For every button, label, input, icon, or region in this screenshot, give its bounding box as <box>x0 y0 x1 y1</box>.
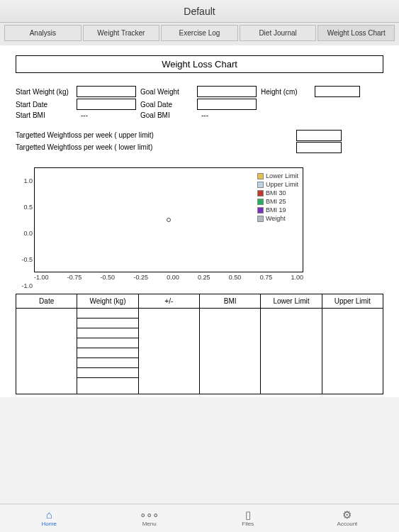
goal-weight-input[interactable] <box>197 86 257 97</box>
data-table: Date Weight (kg) +/- BMI Lower Limit Upp… <box>16 294 383 394</box>
table-row[interactable] <box>77 358 137 368</box>
xtick: -0.75 <box>67 274 82 281</box>
table-row[interactable] <box>77 318 137 328</box>
table-row[interactable] <box>77 378 137 388</box>
start-date-input[interactable] <box>77 99 136 110</box>
legend-item: Upper Limit <box>266 181 298 188</box>
ytick: 0.0 <box>16 230 33 237</box>
table-row[interactable] <box>77 338 137 348</box>
home-icon: ⌂ <box>46 509 52 520</box>
tab-diet-journal[interactable]: Diet Journal <box>240 25 317 41</box>
header-title: Default <box>184 6 215 17</box>
target-lower-input[interactable] <box>296 142 342 153</box>
target-upper-label: Targetted Weightloss per week ( upper li… <box>16 131 296 139</box>
legend-item: BMI 25 <box>266 198 286 205</box>
section-title: Weight Loss Chart <box>16 55 383 73</box>
bottom-tab-home[interactable]: ⌂ Home <box>42 509 57 527</box>
goal-weight-label: Goal Weight <box>140 88 193 96</box>
height-label: Height (cm) <box>261 88 310 96</box>
xtick: -0.25 <box>133 274 148 281</box>
gear-icon: ⚙ <box>342 509 352 520</box>
main-content: Weight Loss Chart Start Weight (kg) Goal… <box>0 45 399 397</box>
legend-item: Weight <box>266 215 286 222</box>
ytick: 1.0 <box>16 177 33 184</box>
xticks: -1.00 -0.75 -0.50 -0.25 0.00 0.25 0.50 0… <box>34 274 303 281</box>
app-header: Default <box>0 0 399 23</box>
th-delta: +/- <box>139 294 200 309</box>
legend-item: BMI 30 <box>266 189 286 196</box>
table-row[interactable] <box>77 368 137 378</box>
ytick: -1.0 <box>16 282 33 289</box>
th-lower: Lower Limit <box>261 294 322 309</box>
tab-weight-loss-chart[interactable]: Weight Loss Chart <box>317 25 395 41</box>
chart-legend: Lower Limit Upper Limit BMI 30 BMI 25 BM… <box>257 172 298 223</box>
th-upper: Upper Limit <box>322 294 383 309</box>
start-bmi-label: Start BMI <box>16 111 72 119</box>
goal-date-label: Goal Date <box>140 101 193 109</box>
bottom-tab-files[interactable]: ▯ Files <box>242 509 254 527</box>
col-delta <box>139 309 200 394</box>
targets: Targetted Weightloss per week ( upper li… <box>16 129 383 153</box>
goal-date-input[interactable] <box>197 99 257 110</box>
start-bmi-value: --- <box>77 111 136 119</box>
col-date <box>16 309 77 394</box>
tab-weight-tracker[interactable]: Weight Tracker <box>83 25 160 41</box>
legend-item: Lower Limit <box>266 172 298 179</box>
chart-datapoint <box>167 218 171 222</box>
fields-grid: Start Weight (kg) Goal Weight Height (cm… <box>16 86 383 119</box>
bottom-tab-menu[interactable]: ∘∘∘ Menu <box>140 509 159 527</box>
target-upper-input[interactable] <box>296 130 342 141</box>
goal-bmi-label: Goal BMI <box>140 111 193 119</box>
xtick: -0.50 <box>101 274 116 281</box>
xtick: 0.25 <box>198 274 210 281</box>
table-row[interactable] <box>77 309 137 318</box>
bottom-tab-label: Home <box>42 521 57 527</box>
start-weight-label: Start Weight (kg) <box>16 88 72 96</box>
tab-exercise-log[interactable]: Exercise Log <box>161 25 238 41</box>
ytick: -0.5 <box>16 256 33 263</box>
bottom-tab-label: Files <box>242 521 254 527</box>
top-tabbar: Analysis Weight Tracker Exercise Log Die… <box>0 23 399 45</box>
menu-icon: ∘∘∘ <box>140 509 159 520</box>
bottom-tabbar: ⌂ Home ∘∘∘ Menu ▯ Files ⚙ Account <box>0 504 399 532</box>
legend-item: BMI 19 <box>266 206 286 214</box>
files-icon: ▯ <box>245 509 251 520</box>
chart: 1.0 0.5 0.0 -0.5 -1.0 Lower Limit Upper … <box>16 167 383 281</box>
xtick: -1.00 <box>34 274 49 281</box>
th-bmi: BMI <box>200 294 261 309</box>
bottom-tab-label: Menu <box>142 521 157 527</box>
col-weight <box>77 309 138 394</box>
col-upper <box>322 309 383 394</box>
table-row[interactable] <box>77 328 137 338</box>
start-weight-input[interactable] <box>77 86 136 97</box>
col-bmi <box>200 309 261 394</box>
ytick: 0.5 <box>16 204 33 211</box>
target-lower-label: Targetted Weightloss per week ( lower li… <box>16 143 296 151</box>
th-date: Date <box>16 294 77 309</box>
xtick: 0.75 <box>260 274 273 281</box>
goal-bmi-value: --- <box>197 111 257 119</box>
col-lower <box>261 309 322 394</box>
xtick: 1.00 <box>291 274 303 281</box>
xtick: 0.50 <box>229 274 242 281</box>
chart-plot-area: Lower Limit Upper Limit BMI 30 BMI 25 BM… <box>34 167 303 272</box>
th-weight: Weight (kg) <box>77 294 138 309</box>
bottom-tab-account[interactable]: ⚙ Account <box>337 509 357 527</box>
bottom-tab-label: Account <box>337 521 357 527</box>
tab-analysis[interactable]: Analysis <box>4 25 82 41</box>
start-date-label: Start Date <box>16 101 72 109</box>
xtick: 0.00 <box>167 274 179 281</box>
table-row[interactable] <box>77 348 137 358</box>
height-input[interactable] <box>315 86 360 97</box>
